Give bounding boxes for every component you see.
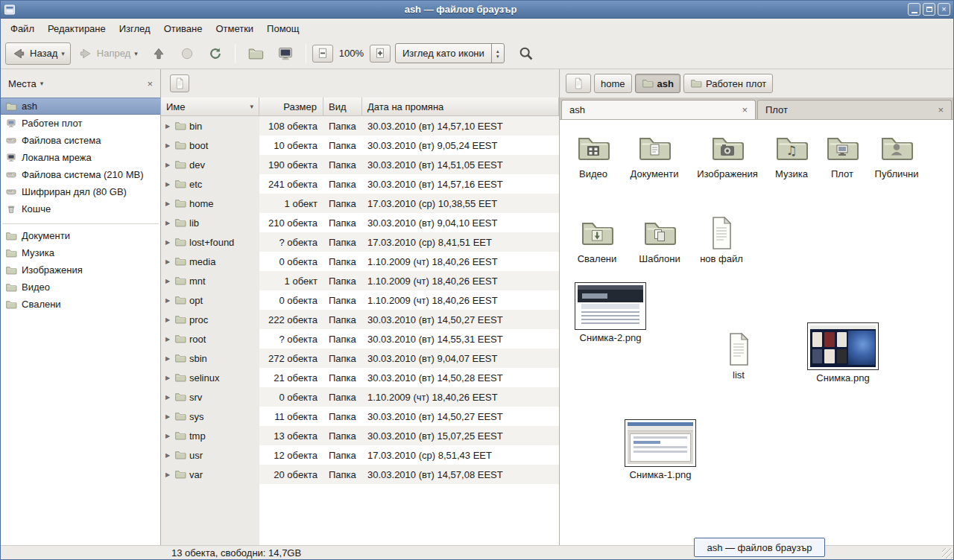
menu-item[interactable]: Редактиране (41, 19, 113, 38)
up-button[interactable] (145, 42, 172, 65)
sidebar-item[interactable]: Документи (1, 227, 160, 244)
icon-item[interactable]: Документи (621, 130, 688, 179)
minimize-button[interactable] (908, 3, 920, 16)
forward-button[interactable]: Напред ▾ (72, 42, 144, 65)
column-header[interactable]: Име▾ (161, 98, 259, 116)
column-header[interactable]: Вид (323, 98, 362, 116)
menu-item[interactable]: Отиване (157, 19, 209, 38)
expander-icon[interactable]: ▶ (164, 200, 171, 207)
menu-item[interactable]: Файл (4, 19, 41, 38)
list-pane-location-button[interactable] (170, 74, 189, 92)
forward-history-chevron-icon[interactable]: ▾ (134, 50, 138, 57)
path-button[interactable]: Работен плот (683, 74, 773, 93)
title-bar[interactable]: ash — файлов браузър × (1, 1, 953, 19)
sidebar-item[interactable]: Файлова система (1, 132, 160, 149)
file-row[interactable]: ▶selinux21 обектаПапка30.03.2010 (вт) 14… (161, 368, 559, 387)
maximize-button[interactable] (923, 3, 935, 16)
file-row[interactable]: ▶media0 обектаПапка1.10.2009 (чт) 18,40,… (161, 252, 559, 271)
sidebar-item[interactable]: Шифриран дял (80 GB) (1, 183, 160, 200)
icon-item[interactable]: Снимка-1.png (623, 419, 698, 480)
file-row[interactable]: ▶root? обектаПапка30.03.2010 (вт) 14,55,… (161, 329, 559, 349)
search-button[interactable] (512, 42, 540, 65)
file-row[interactable]: ▶dev190 обектаПапка30.03.2010 (вт) 14,51… (161, 155, 559, 174)
sidebar-item[interactable]: Видео (1, 279, 160, 296)
sidebar-close-icon[interactable]: × (147, 78, 153, 89)
sidebar-item[interactable]: Музика (1, 244, 160, 261)
file-row[interactable]: ▶sys11 обектаПапка30.03.2010 (вт) 14,50,… (161, 407, 559, 426)
expander-icon[interactable]: ▶ (164, 336, 171, 343)
sidebar-item[interactable]: Локална мрежа (1, 149, 160, 166)
zoom-in-button[interactable] (370, 45, 391, 63)
column-header[interactable]: Дата на промяна (362, 98, 559, 116)
sidebar-item[interactable]: Файлова система (210 MB) (1, 166, 160, 183)
close-button[interactable]: × (938, 3, 950, 16)
computer-button[interactable] (271, 42, 300, 65)
sidebar-item[interactable]: Кошче (1, 200, 160, 217)
back-history-chevron-icon[interactable]: ▾ (61, 50, 65, 57)
expander-icon[interactable]: ▶ (164, 278, 171, 284)
path-button[interactable]: home (594, 74, 632, 93)
expander-icon[interactable]: ▶ (164, 471, 171, 478)
expander-icon[interactable]: ▶ (164, 316, 171, 323)
file-row[interactable]: ▶srv0 обектаПапка1.10.2009 (чт) 18,40,26… (161, 387, 559, 407)
file-row[interactable]: ▶bin108 обектаПапка30.03.2010 (вт) 14,57… (161, 116, 559, 136)
stop-button[interactable] (174, 42, 200, 65)
file-row[interactable]: ▶tmp13 обектаПапка30.03.2010 (вт) 15,07,… (161, 426, 559, 445)
sidebar-item[interactable]: Изображения (1, 261, 160, 279)
file-row[interactable]: ▶lib210 обектаПапка30.03.2010 (вт) 9,04,… (161, 213, 559, 232)
expander-icon[interactable]: ▶ (164, 123, 171, 130)
reload-button[interactable] (202, 42, 229, 65)
tab[interactable]: Плот× (757, 100, 952, 119)
expander-icon[interactable]: ▶ (164, 375, 171, 381)
home-button[interactable] (241, 42, 270, 65)
file-row[interactable]: ▶etc241 обектаПапка30.03.2010 (вт) 14,57… (161, 174, 559, 194)
icon-item[interactable]: Изображения (694, 130, 761, 179)
menu-item[interactable]: Отметки (209, 19, 260, 38)
icon-item[interactable]: Публични (863, 130, 930, 179)
icon-item[interactable]: Свалени (563, 215, 631, 264)
file-row[interactable]: ▶boot10 обектаПапка30.03.2010 (вт) 9,05,… (161, 136, 559, 155)
back-button[interactable]: Назад ▾ (5, 42, 71, 65)
file-row[interactable]: ▶opt0 обектаПапка1.10.2009 (чт) 18,40,26… (161, 290, 559, 310)
icon-item[interactable]: нов файл (688, 215, 755, 264)
expander-icon[interactable]: ▶ (164, 181, 171, 188)
sidebar-combo-chevron-icon[interactable]: ▾ (40, 80, 44, 87)
menu-item[interactable]: Помощ (260, 19, 306, 38)
file-row[interactable]: ▶home1 обектПапка17.03.2010 (ср) 10,38,5… (161, 194, 559, 213)
expander-icon[interactable]: ▶ (164, 433, 171, 439)
expander-icon[interactable]: ▶ (164, 239, 171, 246)
menu-item[interactable]: Изглед (113, 19, 157, 38)
column-header[interactable]: Размер (259, 98, 323, 116)
icon-item[interactable]: Видео (560, 130, 627, 179)
expander-icon[interactable]: ▶ (164, 355, 171, 362)
icon-item[interactable]: Снимка.png (806, 322, 880, 384)
zoom-out-button[interactable] (312, 45, 333, 63)
file-row[interactable]: ▶mnt1 обектПапка1.10.2009 (чт) 18,40,26 … (161, 271, 559, 290)
expander-icon[interactable]: ▶ (164, 297, 171, 304)
path-button[interactable]: ash (635, 74, 680, 93)
file-row[interactable]: ▶usr12 обектаПапка17.03.2010 (ср) 8,51,4… (161, 445, 559, 465)
tab-close-icon[interactable]: × (938, 104, 944, 115)
icon-item[interactable]: list (705, 331, 772, 381)
sidebar-title[interactable]: Места (8, 78, 37, 89)
expander-icon[interactable]: ▶ (164, 394, 171, 401)
tab-close-icon[interactable]: × (742, 104, 748, 115)
expander-icon[interactable]: ▶ (164, 162, 171, 168)
sidebar-item[interactable]: Свалени (1, 296, 160, 313)
icon-item[interactable]: Снимка-2.png (573, 282, 648, 343)
path-button[interactable] (566, 74, 591, 93)
file-row[interactable]: ▶sbin272 обектаПапка30.03.2010 (вт) 9,04… (161, 349, 559, 368)
view-mode-combo[interactable]: Изглед като икони ▴▾ (395, 43, 505, 63)
expander-icon[interactable]: ▶ (164, 258, 171, 265)
expander-icon[interactable]: ▶ (164, 220, 171, 226)
expander-icon[interactable]: ▶ (164, 452, 171, 459)
icon-canvas[interactable]: ВидеоДокументиИзображения♫МузикаПлотПубл… (560, 119, 953, 545)
icon-item[interactable]: Шаблони (626, 215, 693, 264)
file-row[interactable]: ▶lost+found? обектаПапка17.03.2010 (ср) … (161, 232, 559, 252)
file-row[interactable]: ▶proc222 обектаПапка30.03.2010 (вт) 14,5… (161, 310, 559, 329)
combo-spinner-icon[interactable]: ▴▾ (491, 44, 504, 63)
expander-icon[interactable]: ▶ (164, 413, 171, 420)
sidebar-item[interactable]: Работен плот (1, 115, 160, 132)
tab[interactable]: ash× (561, 100, 756, 119)
sidebar-item[interactable]: ash (1, 98, 160, 115)
